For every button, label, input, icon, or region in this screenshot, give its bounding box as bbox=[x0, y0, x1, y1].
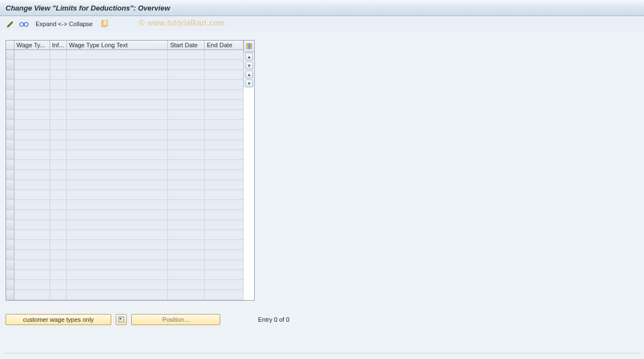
cell[interactable] bbox=[204, 220, 243, 230]
cell[interactable] bbox=[14, 220, 49, 230]
cell[interactable] bbox=[49, 180, 66, 190]
row-selector[interactable] bbox=[6, 90, 14, 100]
cell[interactable] bbox=[49, 150, 66, 160]
table-row[interactable] bbox=[6, 100, 243, 110]
scroll-down-button-2[interactable]: ▼ bbox=[245, 79, 253, 87]
cell[interactable] bbox=[66, 200, 167, 210]
table-row[interactable] bbox=[6, 150, 243, 160]
cell[interactable] bbox=[14, 170, 49, 180]
row-selector[interactable] bbox=[6, 80, 14, 90]
row-selector[interactable] bbox=[6, 100, 14, 110]
table-row[interactable] bbox=[6, 110, 243, 120]
cell[interactable] bbox=[66, 240, 167, 250]
table-row[interactable] bbox=[6, 260, 243, 270]
cell[interactable] bbox=[49, 70, 66, 80]
cell[interactable] bbox=[49, 240, 66, 250]
table-row[interactable] bbox=[6, 180, 243, 190]
col-long-text[interactable]: Wage Type Long Text bbox=[66, 41, 167, 50]
cell[interactable] bbox=[204, 290, 243, 300]
cell[interactable] bbox=[204, 260, 243, 270]
cell[interactable] bbox=[66, 110, 167, 120]
cell[interactable] bbox=[14, 260, 49, 270]
toggle-edit-icon[interactable] bbox=[6, 19, 16, 29]
cell[interactable] bbox=[66, 250, 167, 260]
cell[interactable] bbox=[49, 290, 66, 300]
cell[interactable] bbox=[66, 270, 167, 280]
cell[interactable] bbox=[49, 270, 66, 280]
cell[interactable] bbox=[14, 60, 49, 70]
cell[interactable] bbox=[204, 90, 243, 100]
row-selector[interactable] bbox=[6, 220, 14, 230]
table-row[interactable] bbox=[6, 80, 243, 90]
cell[interactable] bbox=[14, 80, 49, 90]
row-selector[interactable] bbox=[6, 180, 14, 190]
cell[interactable] bbox=[49, 260, 66, 270]
cell[interactable] bbox=[14, 50, 49, 60]
cell[interactable] bbox=[49, 80, 66, 90]
cell[interactable] bbox=[204, 70, 243, 80]
cell[interactable] bbox=[204, 140, 243, 150]
cell[interactable] bbox=[66, 180, 167, 190]
cell[interactable] bbox=[14, 190, 49, 200]
cell[interactable] bbox=[204, 120, 243, 130]
cell[interactable] bbox=[49, 200, 66, 210]
cell[interactable] bbox=[66, 230, 167, 240]
col-end-date[interactable]: End Date bbox=[204, 41, 243, 50]
grid[interactable]: Wage Ty... Inf... Wage Type Long Text St… bbox=[6, 41, 244, 300]
cell[interactable] bbox=[167, 220, 204, 230]
cell[interactable] bbox=[167, 140, 204, 150]
cell[interactable] bbox=[66, 50, 167, 60]
cell[interactable] bbox=[66, 170, 167, 180]
cell[interactable] bbox=[14, 250, 49, 260]
row-selector[interactable] bbox=[6, 120, 14, 130]
cell[interactable] bbox=[49, 210, 66, 220]
customer-wage-types-button[interactable]: customer wage types only bbox=[6, 314, 111, 325]
cell[interactable] bbox=[167, 60, 204, 70]
col-wage-type[interactable]: Wage Ty... bbox=[14, 41, 49, 50]
table-row[interactable] bbox=[6, 70, 243, 80]
cell[interactable] bbox=[204, 160, 243, 170]
table-row[interactable] bbox=[6, 220, 243, 230]
cell[interactable] bbox=[14, 270, 49, 280]
cell[interactable] bbox=[49, 190, 66, 200]
cell[interactable] bbox=[49, 220, 66, 230]
cell[interactable] bbox=[167, 210, 204, 220]
cell[interactable] bbox=[204, 130, 243, 140]
cell[interactable] bbox=[204, 280, 243, 290]
cell[interactable] bbox=[14, 90, 49, 100]
cell[interactable] bbox=[204, 100, 243, 110]
table-row[interactable] bbox=[6, 90, 243, 100]
row-selector[interactable] bbox=[6, 60, 14, 70]
cell[interactable] bbox=[66, 260, 167, 270]
row-selector[interactable] bbox=[6, 260, 14, 270]
cell[interactable] bbox=[66, 60, 167, 70]
cell[interactable] bbox=[14, 130, 49, 140]
row-selector[interactable] bbox=[6, 200, 14, 210]
cell[interactable] bbox=[66, 160, 167, 170]
cell[interactable] bbox=[49, 120, 66, 130]
table-row[interactable] bbox=[6, 240, 243, 250]
cell[interactable] bbox=[49, 90, 66, 100]
cell[interactable] bbox=[49, 140, 66, 150]
cell[interactable] bbox=[14, 290, 49, 300]
cell[interactable] bbox=[167, 80, 204, 90]
cell[interactable] bbox=[66, 280, 167, 290]
cell[interactable] bbox=[167, 120, 204, 130]
cell[interactable] bbox=[167, 150, 204, 160]
cell[interactable] bbox=[167, 160, 204, 170]
table-row[interactable] bbox=[6, 190, 243, 200]
cell[interactable] bbox=[167, 180, 204, 190]
cell[interactable] bbox=[66, 140, 167, 150]
select-all-header[interactable] bbox=[6, 41, 14, 50]
cell[interactable] bbox=[49, 250, 66, 260]
row-selector[interactable] bbox=[6, 70, 14, 80]
cell[interactable] bbox=[167, 230, 204, 240]
cell[interactable] bbox=[204, 110, 243, 120]
cell[interactable] bbox=[14, 160, 49, 170]
cell[interactable] bbox=[66, 210, 167, 220]
cell[interactable] bbox=[66, 290, 167, 300]
cell[interactable] bbox=[204, 230, 243, 240]
row-selector[interactable] bbox=[6, 280, 14, 290]
cell[interactable] bbox=[167, 100, 204, 110]
cell[interactable] bbox=[167, 110, 204, 120]
